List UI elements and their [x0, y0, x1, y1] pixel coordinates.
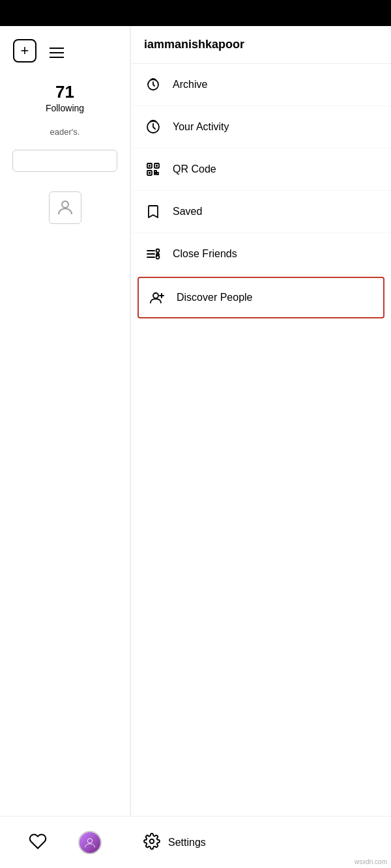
- following-label: Following: [46, 103, 84, 113]
- settings-label: Settings: [168, 837, 206, 848]
- qr-code-label: QR Code: [173, 163, 216, 175]
- saved-label: Saved: [173, 206, 202, 217]
- menu-item-saved[interactable]: Saved: [131, 191, 391, 233]
- your-activity-label: Your Activity: [173, 121, 229, 133]
- archive-label: Archive: [173, 79, 207, 91]
- dropdown-panel: iammanishkapoor Archive Your Ac: [130, 26, 391, 816]
- archive-icon: [144, 76, 162, 94]
- discover-people-label: Discover People: [177, 292, 253, 303]
- following-count-block: 71 Following: [46, 82, 84, 114]
- menu-item-your-activity[interactable]: Your Activity: [131, 106, 391, 148]
- dropdown-header: iammanishkapoor: [131, 26, 391, 64]
- bottom-nav: Settings: [0, 816, 391, 868]
- bio-text: eader's.: [47, 127, 83, 137]
- svg-rect-6: [156, 165, 158, 167]
- add-post-button[interactable]: +: [13, 39, 36, 63]
- heart-button[interactable]: [29, 832, 47, 853]
- svg-rect-5: [149, 165, 151, 167]
- menu-spacer: [131, 320, 391, 816]
- following-number: 71: [46, 82, 84, 102]
- user-icon: [55, 198, 75, 217]
- avatar[interactable]: [78, 831, 102, 854]
- qr-icon: [144, 160, 162, 178]
- hamburger-menu-button[interactable]: [50, 39, 64, 63]
- discover-icon: [148, 288, 166, 307]
- menu-item-close-friends[interactable]: Close Friends: [131, 233, 391, 275]
- settings-button[interactable]: Settings: [143, 833, 206, 852]
- bottom-left-nav: [0, 831, 130, 854]
- profile-panel: + 71 Following eader's.: [0, 26, 130, 816]
- search-input[interactable]: [12, 150, 117, 172]
- svg-point-0: [62, 201, 68, 208]
- svg-point-14: [87, 838, 92, 843]
- svg-rect-7: [149, 172, 151, 174]
- menu-item-discover-people[interactable]: Discover People: [138, 277, 384, 318]
- profile-icons: +: [7, 39, 64, 63]
- main-content: + 71 Following eader's. iammanishkapoor: [0, 26, 391, 816]
- close-friends-icon: [144, 245, 162, 263]
- menu-item-archive[interactable]: Archive: [131, 64, 391, 106]
- activity-icon: [144, 118, 162, 136]
- svg-point-12: [156, 256, 160, 259]
- watermark: wsxdn.com: [355, 858, 387, 865]
- close-friends-label: Close Friends: [173, 248, 237, 260]
- bottom-right-nav: Settings: [130, 833, 391, 852]
- saved-icon: [144, 203, 162, 221]
- svg-point-15: [150, 839, 154, 843]
- svg-point-11: [156, 249, 160, 253]
- menu-item-qr-code[interactable]: QR Code: [131, 148, 391, 191]
- settings-icon: [143, 833, 160, 852]
- status-bar: [0, 0, 391, 26]
- svg-point-13: [153, 293, 158, 298]
- profile-image-placeholder: [49, 191, 81, 224]
